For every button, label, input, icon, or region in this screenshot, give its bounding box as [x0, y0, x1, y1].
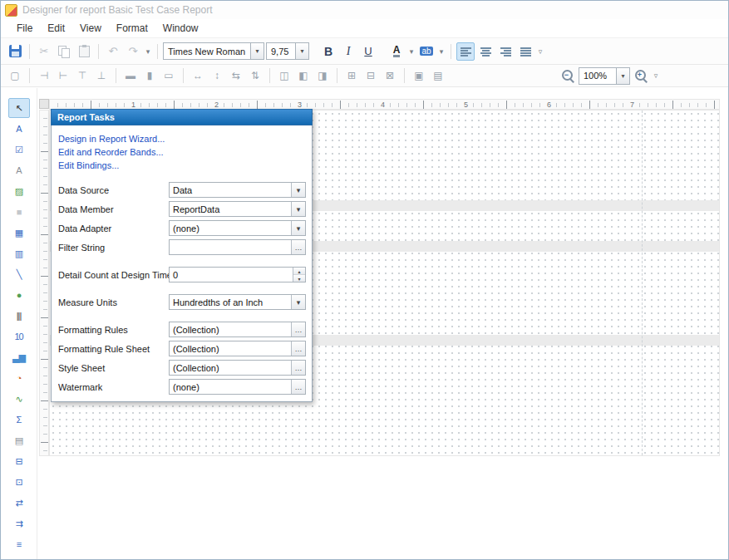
- link-design-in-report-wizard[interactable]: Design in Report Wizard...: [58, 132, 306, 145]
- align-right-button[interactable]: [496, 42, 515, 61]
- layout-tool-button[interactable]: ⊠: [381, 66, 399, 85]
- layout-tool-button[interactable]: ↔: [189, 66, 207, 85]
- menu-format[interactable]: Format: [109, 20, 155, 37]
- chevron-down-icon[interactable]: ▾: [616, 68, 629, 84]
- watermark-field[interactable]: (none) …: [169, 379, 306, 395]
- align-left-button[interactable]: [456, 42, 475, 61]
- toolbar-overflow-button[interactable]: ▿: [536, 47, 544, 56]
- layout-tool-button[interactable]: ⊞: [342, 66, 361, 85]
- layout-tool-button[interactable]: ▢: [6, 66, 24, 85]
- ellipsis-button[interactable]: …: [291, 240, 305, 254]
- toolbox-pivot-grid[interactable]: Σ: [8, 410, 30, 430]
- toolbox-page-break[interactable]: ⊟: [8, 451, 30, 471]
- italic-button[interactable]: I: [339, 42, 357, 61]
- menu-edit[interactable]: Edit: [40, 20, 72, 37]
- zoom-dropdown[interactable]: ▿: [652, 71, 660, 80]
- menu-view[interactable]: View: [72, 20, 109, 37]
- formatting-rules-field[interactable]: (Collection) …: [169, 322, 306, 337]
- toolbox-character-comb[interactable]: ▥: [8, 243, 30, 263]
- toolbox-line[interactable]: ╲: [8, 264, 30, 284]
- save-button[interactable]: [6, 42, 24, 61]
- toolbox-sub-report[interactable]: ⊡: [8, 472, 30, 492]
- toolbox-gauge[interactable]: ◔: [8, 368, 30, 388]
- zoom-in-button[interactable]: +: [632, 66, 650, 85]
- chevron-down-icon[interactable]: ▾: [295, 43, 308, 59]
- layout-tool-button[interactable]: ▮: [140, 66, 159, 85]
- cut-button[interactable]: ✂: [35, 42, 53, 61]
- chevron-down-icon[interactable]: ▾: [291, 295, 305, 309]
- chevron-down-icon[interactable]: ▾: [250, 43, 264, 59]
- highlight-dropdown[interactable]: ▾: [437, 47, 446, 56]
- undo-button[interactable]: ↶: [104, 42, 122, 61]
- toolbox-chart[interactable]: ▃▆: [8, 347, 30, 367]
- toolbox-table[interactable]: ▦: [8, 223, 30, 243]
- layout-tool-button[interactable]: ⇆: [227, 66, 245, 85]
- measure-units-combo[interactable]: Hundredths of an Inch ▾: [169, 294, 306, 310]
- toolbox-zip-code[interactable]: 10: [8, 327, 30, 346]
- layout-tool-button[interactable]: ◫: [275, 66, 293, 85]
- menu-file[interactable]: File: [9, 20, 40, 37]
- filter-string-field[interactable]: …: [169, 239, 306, 255]
- align-justify-button[interactable]: [516, 42, 534, 61]
- paste-button[interactable]: [75, 42, 93, 61]
- layout-tool-button[interactable]: ⊟: [362, 66, 380, 85]
- layout-tool-button[interactable]: ⊢: [54, 66, 72, 85]
- toolbox-rich-text[interactable]: A: [8, 160, 30, 180]
- link-edit-and-reorder-bands[interactable]: Edit and Reorder Bands...: [58, 145, 306, 159]
- redo-dropdown[interactable]: ▾: [144, 47, 152, 56]
- layout-tool-button[interactable]: ⊥: [92, 66, 111, 85]
- data-adapter-combo[interactable]: (none) ▾: [169, 220, 306, 236]
- toolbox-cross-band-box[interactable]: ⇉: [8, 513, 30, 533]
- toolbox-bar-code[interactable]: |||: [8, 306, 30, 326]
- toolbox-page-info[interactable]: ▤: [8, 430, 30, 450]
- underline-button[interactable]: U: [359, 42, 377, 61]
- highlight-color-button[interactable]: ab: [417, 42, 436, 61]
- copy-button[interactable]: [55, 42, 73, 61]
- layout-tool-button[interactable]: ▤: [429, 66, 447, 85]
- font-color-dropdown[interactable]: ▾: [407, 47, 416, 56]
- redo-button[interactable]: ↷: [124, 42, 142, 61]
- link-edit-bindings[interactable]: Edit Bindings...: [58, 159, 306, 172]
- chevron-down-icon[interactable]: ▾: [291, 202, 305, 216]
- data-member-combo[interactable]: ReportData ▾: [169, 201, 306, 217]
- layout-tool-button[interactable]: ⊤: [73, 66, 91, 85]
- font-color-button[interactable]: A: [387, 42, 406, 61]
- layout-tool-button[interactable]: ▣: [410, 66, 428, 85]
- toolbox-pointer[interactable]: ↖: [8, 98, 30, 118]
- toolbox-label[interactable]: A: [8, 119, 30, 139]
- layout-tool-button[interactable]: ◧: [294, 66, 313, 85]
- detail-count-spinner[interactable]: 0 ▴ ▾: [169, 267, 306, 282]
- toolbox-check-box[interactable]: ☑: [8, 140, 30, 160]
- ellipsis-button[interactable]: …: [291, 380, 305, 394]
- font-size-combo[interactable]: 9,75 ▾: [266, 42, 309, 60]
- spin-up-icon[interactable]: ▴: [293, 268, 305, 274]
- toolbox-sparkline[interactable]: ∿: [8, 389, 30, 409]
- layout-tool-button[interactable]: ▬: [121, 66, 140, 85]
- align-center-button[interactable]: [476, 42, 495, 61]
- font-name-combo[interactable]: Times New Roman ▾: [163, 42, 264, 60]
- zoom-level-combo[interactable]: 100% ▾: [579, 67, 630, 85]
- ellipsis-button[interactable]: …: [291, 322, 305, 336]
- report-select-corner[interactable]: [39, 99, 49, 109]
- layout-tool-button[interactable]: ◨: [313, 66, 332, 85]
- layout-tool-button[interactable]: ⇅: [246, 66, 264, 85]
- formatting-rule-sheet-field[interactable]: (Collection) …: [169, 341, 306, 356]
- data-source-combo[interactable]: Data ▾: [169, 182, 306, 198]
- bold-button[interactable]: B: [319, 42, 337, 61]
- style-sheet-field[interactable]: (Collection) …: [169, 360, 306, 376]
- toolbox-cross-band-line[interactable]: ⇄: [8, 493, 30, 513]
- toolbox-table-of-contents[interactable]: ≡: [8, 534, 30, 554]
- layout-tool-button[interactable]: ▭: [160, 66, 178, 85]
- toolbox-panel[interactable]: ■: [8, 202, 30, 222]
- toolbox-shape[interactable]: ●: [8, 285, 30, 305]
- ellipsis-button[interactable]: …: [291, 361, 305, 375]
- menu-window[interactable]: Window: [155, 20, 206, 37]
- layout-tool-button[interactable]: ↕: [208, 66, 226, 85]
- chevron-down-icon[interactable]: ▾: [291, 183, 305, 197]
- zoom-out-button[interactable]: −: [559, 66, 577, 85]
- ellipsis-button[interactable]: …: [291, 341, 305, 356]
- spin-down-icon[interactable]: ▾: [293, 274, 305, 282]
- layout-tool-button[interactable]: ⊣: [35, 66, 53, 85]
- toolbox-picture-box[interactable]: ▨: [8, 181, 30, 201]
- chevron-down-icon[interactable]: ▾: [291, 221, 305, 235]
